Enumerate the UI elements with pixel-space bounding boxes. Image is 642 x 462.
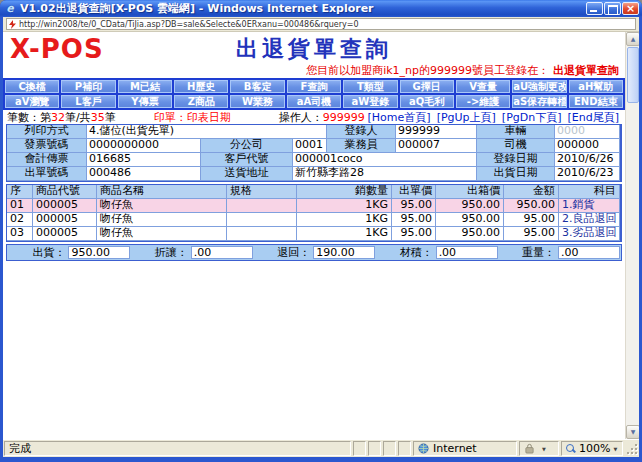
- page-content: X-POS 出退貨單查詢 您目前以加盟商ik1_np的999999號員工登錄在：…: [3, 32, 639, 439]
- link-end[interactable]: [End尾頁]: [568, 110, 620, 125]
- cell-box-price: 950.00: [436, 199, 504, 213]
- col-product-name: 商品名稱: [97, 185, 227, 199]
- cell-spec: [227, 199, 297, 213]
- button-customer-order[interactable]: B客定: [230, 80, 284, 93]
- button-driver[interactable]: aA司機: [287, 95, 341, 108]
- button-closed[interactable]: M已結: [118, 80, 172, 93]
- operator-value: 999999: [323, 111, 365, 124]
- ship-total-field[interactable]: 950.00: [68, 246, 130, 259]
- print-mode-select[interactable]: 4.儲位(出貨先單): [87, 125, 327, 139]
- print-mode-label: 列印方式: [7, 125, 87, 139]
- button-login[interactable]: aW登錄: [343, 95, 397, 108]
- col-category: 科目: [559, 185, 620, 199]
- branch-field[interactable]: 0001: [293, 139, 327, 153]
- cell-spec: [227, 213, 297, 227]
- return-total-label: 退回：: [253, 245, 313, 260]
- button-sales[interactable]: W業務: [230, 95, 284, 108]
- cell-seq: 01: [7, 199, 33, 213]
- close-icon: ×: [623, 1, 638, 16]
- ship-date-field[interactable]: 2010/6/23: [555, 167, 620, 181]
- vertical-scrollbar[interactable]: ▲ ▼: [625, 32, 639, 439]
- url-text: http://win2008/te/0_CData/TiJia.asp?DB=s…: [19, 20, 359, 29]
- pagination-links: [Home首頁] [PgUp上頁] [PgDn下頁] [End尾頁]: [368, 110, 621, 125]
- login-person-label: 登錄人: [327, 125, 396, 139]
- maximize-button[interactable]: [604, 2, 621, 15]
- table-row[interactable]: 02 000005 吻仔魚 1KG 95.00 950.00 95.00 2.良…: [7, 213, 620, 227]
- login-status-line: 您目前以加盟商ik1_np的999999號員工登錄在：出退貨單查詢: [3, 64, 625, 78]
- resize-grip[interactable]: [625, 441, 639, 456]
- cell-name: 吻仔魚: [97, 227, 227, 241]
- protected-mode-icon: [524, 443, 535, 454]
- toolbar-row-2: aV瀏覽 L客戶 Y傳票 Z商品 W業務 aA司機 aW登錄 aQ毛利 ->維護…: [4, 94, 624, 109]
- button-reprint[interactable]: P補印: [61, 80, 115, 93]
- login-status-text: 您目前以加盟商ik1_np的999999號員工登錄在：: [306, 64, 549, 77]
- customer-code-field[interactable]: 000001coco: [293, 153, 477, 167]
- button-browse[interactable]: aV瀏覽: [5, 95, 59, 108]
- button-maintain[interactable]: ->維護: [456, 95, 510, 108]
- cell-code: 000005: [33, 227, 97, 241]
- cell-qty: 1KG: [297, 213, 392, 227]
- login-status-page: 出退貨單查詢: [553, 64, 619, 77]
- weight-field[interactable]: .00: [558, 246, 620, 259]
- button-change-file[interactable]: C換檔: [5, 80, 59, 93]
- cell-box-price: 950.00: [436, 227, 504, 241]
- button-voucher[interactable]: Y傳票: [118, 95, 172, 108]
- cell-code: 000005: [33, 213, 97, 227]
- reg-date-label: 登錄日期: [477, 153, 555, 167]
- security-zone-panel: Internet: [413, 441, 517, 456]
- button-force-update[interactable]: aU強制更改: [512, 80, 566, 93]
- scrollbar-thumb[interactable]: [627, 47, 639, 103]
- zoom-caret-icon: ▼: [613, 446, 617, 452]
- link-home[interactable]: [Home首頁]: [368, 110, 431, 125]
- salesman-field[interactable]: 000007: [396, 139, 477, 153]
- url-input[interactable]: http://win2008/te/0_CData/TiJia.asp?DB=s…: [6, 18, 636, 30]
- window-bottom-border: [0, 457, 642, 462]
- return-total-field[interactable]: 190.00: [313, 246, 375, 259]
- voucher-field[interactable]: 016685: [87, 153, 201, 167]
- cell-spec: [227, 227, 297, 241]
- status-bar: 完成 Internet ▼ 100% ▼: [3, 439, 639, 457]
- globe-icon: [418, 443, 429, 454]
- button-margin[interactable]: aQ毛利: [400, 95, 454, 108]
- cell-unit-price: 95.00: [392, 213, 436, 227]
- reg-date-field[interactable]: 2010/6/26: [555, 153, 620, 167]
- driver-field[interactable]: 000000: [555, 139, 620, 153]
- button-help[interactable]: aH幫助: [569, 80, 623, 93]
- close-button[interactable]: ×: [622, 2, 639, 15]
- scroll-up-icon[interactable]: ▲: [626, 32, 639, 46]
- button-history[interactable]: H歷史: [174, 80, 228, 93]
- voucher-label: 會計傳票: [7, 153, 87, 167]
- button-product[interactable]: Z商品: [174, 95, 228, 108]
- record-count-mid: 筆/共: [65, 110, 91, 125]
- cell-seq: 02: [7, 213, 33, 227]
- address-field[interactable]: 新竹縣李路28: [293, 167, 477, 181]
- link-pgdn[interactable]: [PgDn下頁]: [502, 110, 562, 125]
- login-person-field[interactable]: 999999: [396, 125, 477, 139]
- invoice-label: 發票號碼: [7, 139, 87, 153]
- button-pick-date[interactable]: G擇日: [400, 80, 454, 93]
- protected-mode-panel[interactable]: ▼: [519, 441, 559, 456]
- col-box-price: 出箱價: [436, 185, 504, 199]
- button-save-transfer[interactable]: aS保存轉檔: [512, 95, 566, 108]
- zoom-panel[interactable]: 100% ▼: [561, 441, 623, 456]
- discount-field[interactable]: .00: [191, 246, 253, 259]
- button-end[interactable]: END結束: [569, 95, 623, 108]
- minimize-button[interactable]: [586, 2, 603, 15]
- salesman-label: 業務員: [327, 139, 396, 153]
- order-form: 列印方式 4.儲位(出貨先單) 登錄人 999999 車輛 0000 發票號碼 …: [6, 124, 622, 182]
- order-no-label: 出單號碼: [7, 167, 87, 181]
- scroll-down-icon[interactable]: ▼: [626, 425, 639, 439]
- volume-field[interactable]: .00: [436, 246, 498, 259]
- invoice-field[interactable]: 0000000000: [87, 139, 201, 153]
- button-check-qty[interactable]: V查量: [456, 80, 510, 93]
- table-row[interactable]: 03 000005 吻仔魚 1KG 95.00 950.00 95.00 3.劣…: [7, 227, 620, 241]
- table-row[interactable]: 01 000005 吻仔魚 1KG 95.00 950.00 950.00 1.…: [7, 199, 620, 213]
- link-pgup[interactable]: [PgUp上頁]: [437, 110, 496, 125]
- button-customer[interactable]: L客戶: [61, 95, 115, 108]
- print-mode-note: 印單：印表日期: [154, 110, 231, 125]
- page-title: 出退貨單查詢: [3, 35, 625, 63]
- button-query[interactable]: F查詢: [287, 80, 341, 93]
- button-type[interactable]: T類型: [343, 80, 397, 93]
- volume-label: 材積：: [375, 245, 435, 260]
- order-no-field[interactable]: 000486: [87, 167, 201, 181]
